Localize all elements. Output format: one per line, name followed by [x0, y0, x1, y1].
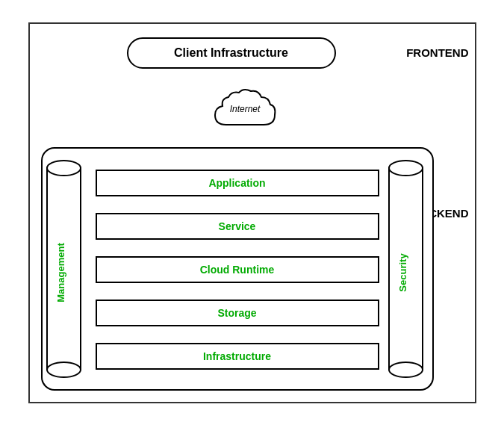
cloud-runtime-layer: Cloud Runtime [96, 256, 379, 283]
frontend-label: FRONTEND [406, 46, 468, 59]
svg-point-2 [47, 161, 81, 176]
svg-text:Internet: Internet [229, 104, 260, 114]
management-cylinder: Management [43, 151, 84, 387]
internet-cloud: Internet [208, 84, 282, 136]
client-infra-label: Client Infrastructure [174, 46, 288, 60]
storage-layer: Storage [96, 300, 379, 326]
client-infrastructure-box: Client Infrastructure [127, 37, 336, 69]
service-layer: Service [96, 213, 379, 240]
outer-diagram-box: FRONTEND BACKEND Client Infrastructure I… [28, 22, 476, 403]
application-layer: Application [96, 170, 379, 196]
infrastructure-layer: Infrastructure [96, 343, 379, 370]
svg-point-3 [47, 362, 81, 377]
svg-point-6 [389, 161, 423, 176]
svg-text:Management: Management [55, 242, 66, 302]
svg-point-7 [389, 362, 423, 377]
layers-container: Application Service Cloud Runtime Storag… [96, 155, 379, 385]
security-cylinder: Security [385, 151, 426, 387]
svg-text:Security: Security [396, 252, 408, 291]
